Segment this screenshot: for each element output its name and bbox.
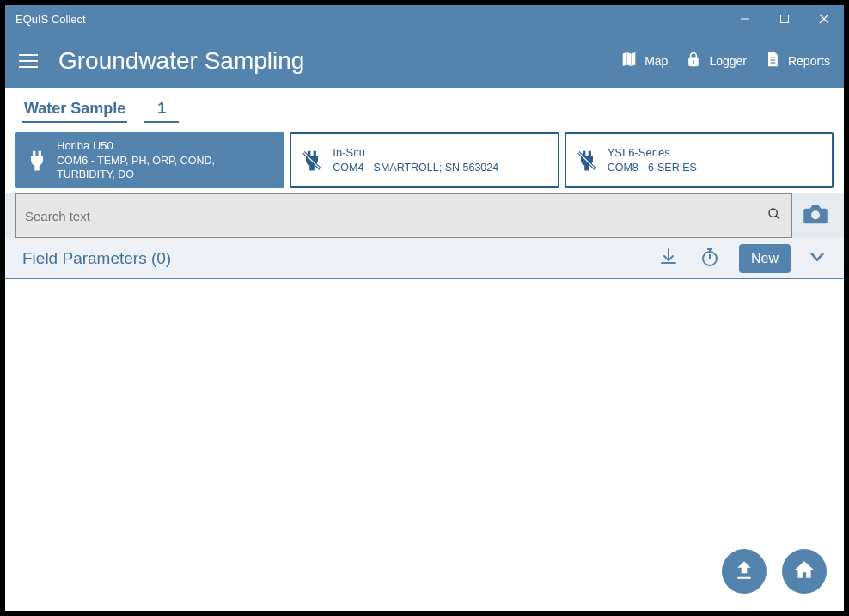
device-sub: COM8 - 6-SERIES (608, 161, 697, 174)
upload-icon (733, 558, 755, 584)
svg-point-15 (811, 211, 820, 220)
device-card-ysi[interactable]: YSI 6-Series COM8 - 6-SERIES (565, 132, 834, 188)
device-card-horiba[interactable]: Horiba U50 COM6 - TEMP, PH, ORP, COND, T… (15, 132, 284, 188)
reports-label: Reports (788, 54, 830, 68)
plug-disconnected-icon (300, 149, 324, 172)
plug-connected-icon (26, 149, 48, 172)
camera-button[interactable] (797, 193, 834, 238)
svg-line-14 (776, 216, 779, 219)
stopwatch-icon (699, 247, 720, 271)
devices-row: Horiba U50 COM6 - TEMP, PH, ORP, COND, T… (5, 127, 844, 193)
tab-water-sample[interactable]: Water Sample (22, 96, 127, 123)
reports-button[interactable]: Reports (764, 51, 830, 70)
map-label: Map (644, 54, 668, 68)
logger-icon (685, 51, 702, 70)
device-card-insitu[interactable]: In-Situ COM4 - SMARTROLL; SN 563024 (290, 132, 559, 188)
download-icon (658, 247, 679, 271)
search-row (5, 193, 844, 238)
timer-button[interactable] (698, 247, 722, 271)
svg-rect-8 (770, 62, 775, 63)
search-input[interactable] (25, 209, 783, 223)
svg-point-13 (769, 209, 777, 217)
menu-button[interactable] (19, 47, 46, 75)
logger-button[interactable]: Logger (685, 51, 747, 70)
svg-rect-6 (770, 58, 775, 58)
camera-icon (803, 203, 828, 229)
maximize-button[interactable] (765, 5, 804, 33)
minimize-button[interactable] (725, 5, 765, 33)
download-button[interactable] (657, 247, 681, 271)
content-area (5, 279, 844, 611)
device-name: YSI 6-Series (608, 146, 697, 161)
section-header: Field Parameters (0) New (5, 238, 844, 279)
device-sub: COM4 - SMARTROLL; SN 563024 (333, 161, 498, 174)
new-button[interactable]: New (739, 244, 791, 273)
map-icon (620, 51, 638, 70)
svg-rect-7 (770, 59, 775, 60)
reports-icon (764, 51, 781, 70)
device-sub: COM6 - TEMP, PH, ORP, COND, TURBIDITY, D… (57, 154, 274, 182)
upload-fab[interactable] (722, 549, 767, 594)
page-title: Groundwater Sampling (58, 47, 620, 75)
device-name: Horiba U50 (57, 139, 274, 154)
svg-rect-1 (781, 15, 789, 23)
svg-rect-5 (693, 62, 694, 64)
logger-label: Logger (709, 54, 747, 68)
section-title: Field Parameters (0) (22, 249, 657, 268)
tab-count[interactable]: 1 (144, 96, 179, 123)
map-button[interactable]: Map (620, 51, 668, 70)
close-button[interactable] (804, 5, 844, 33)
expand-button[interactable] (808, 247, 827, 270)
chevron-down-icon (808, 254, 827, 269)
window-title: EQuIS Collect (15, 13, 86, 26)
home-icon (793, 558, 815, 584)
device-name: In-Situ (333, 146, 498, 161)
search-wrap (15, 193, 792, 238)
search-icon[interactable] (767, 207, 781, 224)
home-fab[interactable] (782, 549, 827, 594)
app-header: Groundwater Sampling Map Logger Reports (5, 33, 844, 88)
title-bar: EQuIS Collect (5, 5, 844, 33)
tabs-row: Water Sample 1 (5, 88, 844, 127)
plug-disconnected-icon (575, 149, 599, 172)
